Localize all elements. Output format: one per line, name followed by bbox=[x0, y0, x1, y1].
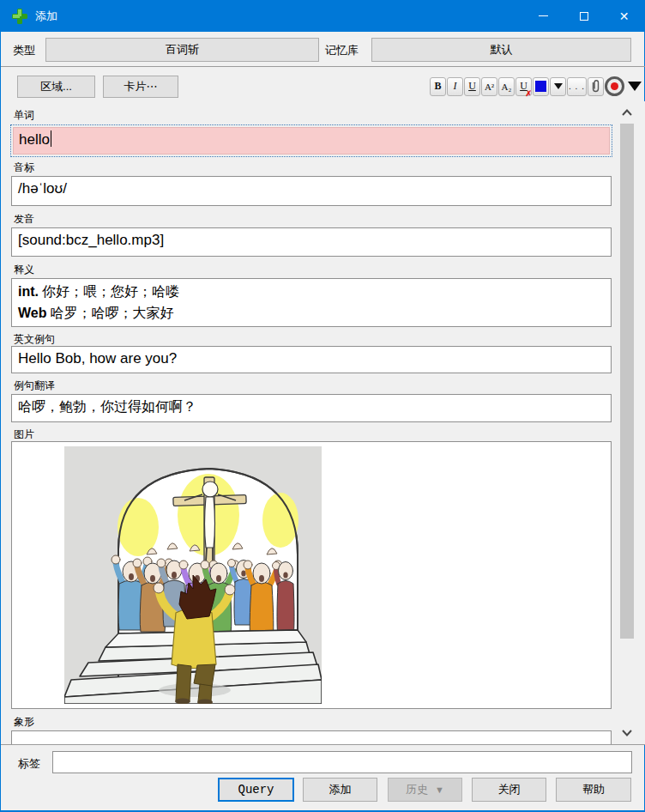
picture-field-label: 图片 bbox=[14, 427, 34, 442]
toolbar-dropdown-icon[interactable] bbox=[628, 82, 642, 91]
web-tag: Web bbox=[18, 306, 46, 320]
church-cartoon-image bbox=[64, 446, 322, 704]
red-x-icon: ✗ bbox=[525, 89, 532, 98]
scroll-up-button[interactable] bbox=[620, 105, 634, 120]
text-caret bbox=[51, 130, 52, 147]
example-en-field-label: 英文例句 bbox=[14, 332, 55, 347]
sound-field[interactable]: [sound:bcz_hello.mp3] bbox=[11, 227, 612, 257]
pictograph-field[interactable] bbox=[11, 730, 612, 745]
italic-button[interactable]: I bbox=[447, 77, 463, 96]
example-cn-field[interactable]: 哈啰，鲍勃，你过得如何啊？ bbox=[11, 394, 612, 422]
phonetic-field-label: 音标 bbox=[14, 161, 34, 175]
window-title: 添加 bbox=[35, 9, 57, 24]
underline-button[interactable]: U bbox=[464, 77, 480, 96]
record-dot-icon bbox=[611, 82, 618, 90]
meaning-line-1: int. 你好；喂；您好；哈喽 bbox=[18, 281, 605, 302]
tags-input[interactable] bbox=[52, 751, 632, 773]
note-type-label: 类型 bbox=[13, 43, 35, 58]
meaning-line-2: Web 哈罗；哈啰；大家好 bbox=[18, 302, 605, 324]
word-field-focus-ring: hello bbox=[10, 124, 612, 157]
deck-label: 记忆库 bbox=[325, 43, 359, 58]
phonetic-field[interactable]: /həˈloʊ/ bbox=[11, 176, 612, 206]
pictograph-field-label: 象形 bbox=[14, 715, 34, 730]
history-dropdown-icon: ▼ bbox=[435, 779, 444, 801]
scroll-down-button[interactable] bbox=[620, 725, 634, 741]
word-field-text: hello bbox=[19, 131, 50, 148]
attach-button[interactable] bbox=[588, 77, 604, 96]
example-en-field[interactable]: Hello Bob, how are you? bbox=[11, 346, 612, 373]
chevron-up-icon bbox=[622, 109, 632, 116]
cards-button[interactable]: 卡片⋯ bbox=[103, 76, 178, 98]
subscript-button[interactable]: A₂ bbox=[498, 77, 515, 96]
header-separator bbox=[1, 66, 645, 67]
history-label: 历史 bbox=[406, 783, 428, 796]
color-dropdown-button[interactable] bbox=[550, 77, 566, 96]
maximize-icon bbox=[580, 12, 588, 21]
word-field[interactable]: hello bbox=[13, 127, 610, 155]
add-note-dialog: 添加 ✕ 类型 百词斩 记忆库 默认 区域... 卡片⋯ B I U A² A₂… bbox=[0, 0, 645, 812]
picture-field[interactable] bbox=[11, 441, 612, 709]
remove-format-button[interactable]: U✗ bbox=[515, 77, 532, 96]
help-button[interactable]: 帮助 bbox=[556, 778, 631, 802]
deck-button[interactable]: 默认 bbox=[371, 38, 631, 62]
meaning-field-label: 释义 bbox=[14, 263, 34, 277]
word-field-label: 单词 bbox=[14, 108, 34, 123]
dropdown-arrow-icon bbox=[554, 83, 563, 89]
query-button[interactable]: Query bbox=[218, 778, 294, 802]
meaning-field[interactable]: int. 你好；喂；您好；哈喽 Web 哈罗；哈啰；大家好 bbox=[11, 278, 612, 327]
example-cn-field-label: 例句翻译 bbox=[14, 379, 55, 393]
tags-label: 标签 bbox=[18, 756, 40, 772]
close-button[interactable]: ✕ bbox=[604, 0, 644, 32]
sound-field-label: 发音 bbox=[14, 212, 34, 227]
maximize-button[interactable] bbox=[564, 0, 604, 32]
history-button[interactable]: 历史▼ bbox=[388, 778, 462, 802]
meaning-text-2: 哈罗；哈啰；大家好 bbox=[46, 306, 173, 320]
note-type-button[interactable]: 百词斩 bbox=[45, 38, 319, 62]
close-dialog-button[interactable]: 关闭 bbox=[472, 778, 546, 802]
titlebar: 添加 ✕ bbox=[1, 0, 644, 32]
paperclip-icon bbox=[590, 79, 601, 94]
fields-scroll-area: 单词 hello 音标 /həˈloʊ/ 发音 [sound:bcz_hello… bbox=[1, 101, 645, 745]
add-plus-icon bbox=[11, 8, 28, 25]
record-audio-button[interactable] bbox=[605, 76, 624, 96]
format-toolbar: B I U A² A₂ U✗ . . . bbox=[430, 76, 642, 97]
pos-tag: int. bbox=[18, 284, 39, 299]
meaning-text-1: 你好；喂；您好；哈喽 bbox=[39, 284, 179, 299]
color-swatch-icon bbox=[535, 81, 546, 92]
add-button[interactable]: 添加 bbox=[303, 778, 377, 802]
text-color-button[interactable] bbox=[533, 77, 549, 96]
fields-button[interactable]: 区域... bbox=[17, 76, 95, 98]
minimize-button[interactable] bbox=[523, 0, 564, 32]
scrollbar-thumb[interactable] bbox=[620, 124, 634, 639]
superscript-button[interactable]: A² bbox=[481, 77, 497, 96]
chevron-down-icon bbox=[622, 730, 632, 736]
bold-button[interactable]: B bbox=[430, 77, 446, 96]
minimize-icon bbox=[539, 15, 548, 16]
more-options-button[interactable]: . . . bbox=[567, 77, 587, 96]
vertical-scrollbar[interactable] bbox=[618, 102, 636, 744]
close-icon: ✕ bbox=[619, 10, 630, 22]
